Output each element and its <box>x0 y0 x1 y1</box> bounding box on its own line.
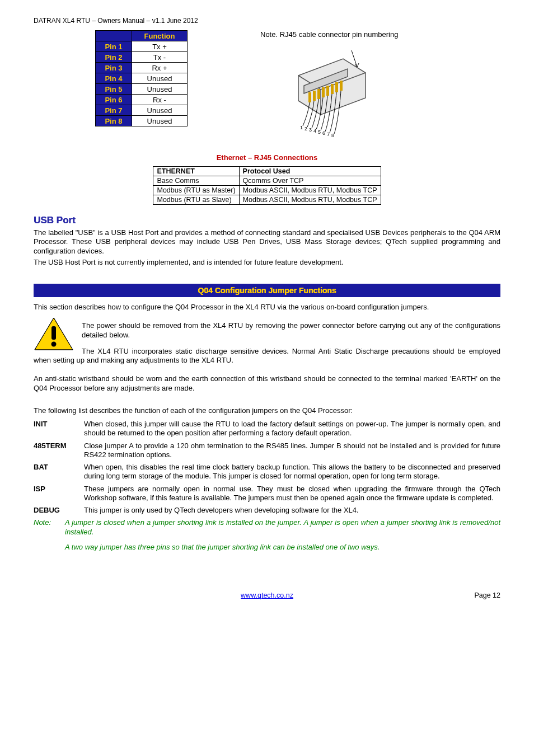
svg-rect-1 <box>313 91 316 101</box>
jumper-desc: When closed, this jumper will cause the … <box>84 420 500 438</box>
svg-rect-18 <box>51 326 56 340</box>
jumper-row: INIT When closed, this jumper will cause… <box>34 420 500 438</box>
jumper-row: ISP These jumpers are normally open in n… <box>34 485 500 503</box>
pin-label: Pin 3 <box>96 63 132 73</box>
jumper-label-init: INIT <box>34 420 84 438</box>
top-figure-block: Function Pin 1Tx + Pin 2Tx - Pin 3Rx + P… <box>95 30 500 139</box>
svg-rect-7 <box>340 81 343 91</box>
jumper-list-intro: The following list describes the functio… <box>34 406 500 415</box>
eth-cell: Qcomms Over TCP <box>239 176 381 186</box>
rj45-note: Note. RJ45 cable connector pin numbering <box>260 30 398 39</box>
svg-text:6: 6 <box>322 130 325 136</box>
pin-func: Unused <box>132 73 188 84</box>
pin-label: Pin 2 <box>96 52 132 63</box>
svg-rect-3 <box>322 87 325 97</box>
jumper-row: DEBUG This jumper is only used by QTech … <box>34 506 500 515</box>
warning-text-2: The XL4 RTU incorporates static discharg… <box>34 347 500 365</box>
eth-header-protocol: Protocol Used <box>239 167 381 176</box>
usb-port-heading: USB Port <box>34 215 500 226</box>
ethernet-rj45-heading: Ethernet – RJ45 Connections <box>34 153 500 162</box>
warning-text-3: An anti-static wristband should be worn … <box>34 374 500 393</box>
pin-func: Rx - <box>132 95 188 105</box>
note-text-2: A two way jumper has three pins so that … <box>65 543 500 552</box>
pin-label: Pin 8 <box>96 116 132 126</box>
pin-func: Unused <box>132 116 188 126</box>
jumper-desc: This jumper is only used by QTech develo… <box>84 506 500 515</box>
svg-text:7: 7 <box>327 132 330 137</box>
jumper-desc: These jumpers are normally open in norma… <box>84 485 500 503</box>
q04-config-bar: Q04 Configuration Jumper Functions <box>34 284 500 297</box>
pin-label: Pin 6 <box>96 95 132 105</box>
jumper-desc: Close jumper A to provide a 120 ohm term… <box>84 442 500 460</box>
document-header: DATRAN XL4 RTU – Owners Manual – v1.1 Ju… <box>34 17 500 25</box>
svg-text:8: 8 <box>331 133 334 137</box>
pin-func: Tx - <box>132 52 188 63</box>
page-footer: www.qtech.co.nz Page 12 <box>34 591 500 599</box>
footer-link[interactable]: www.qtech.co.nz <box>241 591 293 599</box>
jumper-row: BAT When open, this disables the real ti… <box>34 463 500 481</box>
pin-func: Rx + <box>132 63 188 73</box>
svg-rect-6 <box>335 82 338 92</box>
pin-func: Unused <box>132 84 188 95</box>
svg-point-19 <box>51 342 57 347</box>
jumper-list: INIT When closed, this jumper will cause… <box>34 420 500 515</box>
eth-cell: Modbus (RTU as Slave) <box>153 195 239 205</box>
pin-label: Pin 1 <box>96 41 132 52</box>
rj45-figure: Note. RJ45 cable connector pin numbering <box>260 30 398 139</box>
note-text-1: A jumper is closed when a jumper shortin… <box>65 518 500 537</box>
ethernet-protocol-table: ETHERNET Protocol Used Base Comms Qcomms… <box>153 166 381 205</box>
pin-label: Pin 4 <box>96 73 132 84</box>
eth-header-ethernet: ETHERNET <box>153 167 239 176</box>
pin-func: Unused <box>132 105 188 116</box>
warning-text-1: The power should be removed from the XL4… <box>34 321 500 340</box>
jumper-desc: When open, this disables the real time c… <box>84 463 500 481</box>
pin-label: Pin 7 <box>96 105 132 116</box>
jumper-label-bat: BAT <box>34 463 84 481</box>
rj45-connector-icon: 1 2 3 4 5 6 7 8 <box>282 42 377 137</box>
pin-label: Pin 5 <box>96 84 132 95</box>
warning-triangle-icon <box>34 316 74 352</box>
eth-cell: Base Comms <box>153 176 239 186</box>
footer-page-number: Page 12 <box>474 591 500 599</box>
svg-text:3: 3 <box>309 127 312 133</box>
svg-rect-2 <box>317 89 320 99</box>
blank-header <box>96 31 132 41</box>
eth-cell: Modbus ASCII, Modbus RTU, Modbus TCP <box>239 186 381 195</box>
warning-block: The power should be removed from the XL4… <box>34 314 500 372</box>
q04-intro: This section describes how to configure … <box>34 303 500 312</box>
jumper-label-485term: 485TERM <box>34 442 84 460</box>
svg-rect-5 <box>331 84 334 94</box>
eth-cell: Modbus ASCII, Modbus RTU, Modbus TCP <box>239 195 381 205</box>
jumper-label-debug: DEBUG <box>34 506 84 515</box>
jumper-note-block: Note: A jumper is closed when a jumper s… <box>34 518 500 552</box>
jumper-row: 485TERM Close jumper A to provide a 120 … <box>34 442 500 460</box>
jumper-label-isp: ISP <box>34 485 84 503</box>
svg-rect-0 <box>308 92 311 102</box>
svg-text:5: 5 <box>318 129 321 135</box>
pin-func: Tx + <box>132 41 188 52</box>
function-header: Function <box>132 31 188 41</box>
usb-paragraph-2: The USB Host Port is not currently imple… <box>34 258 500 267</box>
usb-paragraph-1: The labelled "USB" is a USB Host Port an… <box>34 228 500 256</box>
svg-text:2: 2 <box>305 126 307 132</box>
eth-cell: Modbus (RTU as Master) <box>153 186 239 195</box>
svg-text:4: 4 <box>313 128 316 134</box>
svg-rect-4 <box>326 86 329 96</box>
pin-function-table: Function Pin 1Tx + Pin 2Tx - Pin 3Rx + P… <box>95 30 188 126</box>
svg-text:1: 1 <box>300 125 303 130</box>
note-label: Note: <box>34 518 65 552</box>
